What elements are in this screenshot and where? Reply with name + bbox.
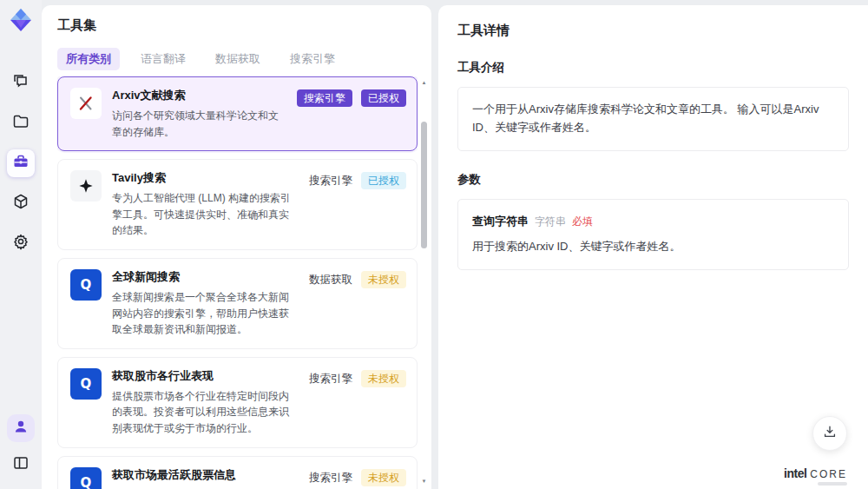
auth-status-badge: 已授权 <box>361 89 406 107</box>
sidebar-item-packages[interactable] <box>7 189 35 217</box>
tool-card-sector-performance[interactable]: Q 获取股市各行业表现 提供股票市场各个行业在特定时间段内的表现。投资者可以利用… <box>57 357 418 448</box>
tavily-star-icon <box>70 170 102 202</box>
auth-status-badge: 未授权 <box>361 469 406 486</box>
user-avatar-button[interactable] <box>7 414 35 442</box>
sidebar-item-chat[interactable] <box>7 69 35 97</box>
tab-language-translation[interactable]: 语言翻译 <box>132 48 194 70</box>
auth-status-badge: 未授权 <box>361 370 406 387</box>
category-label: 数据获取 <box>309 271 352 288</box>
brand-word-core: core <box>810 468 847 480</box>
tab-data-fetch[interactable]: 数据获取 <box>207 48 269 70</box>
tool-description: 全球新闻搜索是一个聚合全球各大新闻网站内容的搜索引擎，帮助用户快速获取全球最新资… <box>112 289 295 338</box>
tab-all-categories[interactable]: 所有类别 <box>57 48 120 70</box>
tool-description: 专为人工智能代理 (LLM) 构建的搜索引擎工具。可快速提供实时、准确和真实的结… <box>112 190 295 239</box>
tool-name: 获取市场最活跃股票信息 <box>112 467 295 483</box>
category-tabs: 所有类别 语言翻译 数据获取 搜索引擎 <box>57 48 431 70</box>
tool-description: 访问各个研究领域大量科学论文和文章的存储库。 <box>112 108 283 140</box>
params-section-title: 参数 <box>457 172 849 188</box>
tool-name: Arxiv文献搜索 <box>112 88 283 103</box>
intro-section-title: 工具介绍 <box>457 60 849 76</box>
tab-search-engine[interactable]: 搜索引擎 <box>281 48 344 70</box>
tool-description: 提供股票市场各个行业在特定时间段内的表现。投资者可以利用这些信息来识别表现优于或… <box>112 388 295 437</box>
arxiv-icon <box>70 88 102 119</box>
sidebar-item-files[interactable] <box>7 109 35 137</box>
cube-icon <box>12 193 30 214</box>
gear-icon <box>12 233 30 254</box>
detail-title: 工具详情 <box>457 23 849 39</box>
param-required-flag: 必填 <box>572 214 593 230</box>
param-description: 用于搜索的Arxiv ID、关键字或作者姓名。 <box>472 238 834 256</box>
tool-card-tavily[interactable]: Tavily搜索 专为人工智能代理 (LLM) 构建的搜索引擎工具。可快速提供实… <box>57 159 418 250</box>
chat-icon <box>12 73 30 94</box>
brand-word-intel: intel <box>784 466 806 480</box>
tool-list-panel: 工具集 所有类别 语言翻译 数据获取 搜索引擎 Arxiv文献搜索 访问各个研究… <box>42 5 431 489</box>
list-scrollbar[interactable]: ▲ ▼ <box>420 78 428 486</box>
download-button[interactable] <box>812 416 847 451</box>
auth-status-badge: 未授权 <box>361 271 406 288</box>
page-title: 工具集 <box>57 17 431 34</box>
app-logo[interactable] <box>8 7 34 33</box>
panel-toggle-button[interactable] <box>7 451 35 479</box>
user-icon <box>13 419 29 438</box>
tool-detail-panel: 工具详情 工具介绍 一个用于从Arxiv存储库搜索科学论文和文章的工具。 输入可… <box>438 5 868 489</box>
scroll-up-arrow[interactable]: ▲ <box>421 80 427 85</box>
param-box: 查询字符串 字符串 必填 用于搜索的Arxiv ID、关键字或作者姓名。 <box>457 199 849 271</box>
tool-name: 全球新闻搜索 <box>112 269 295 285</box>
brand-sub-mark <box>818 482 847 486</box>
param-name: 查询字符串 <box>472 213 529 231</box>
tool-card-global-news[interactable]: Q 全球新闻搜索 全球新闻搜索是一个聚合全球各大新闻网站内容的搜索引擎，帮助用户… <box>57 258 418 349</box>
intro-box: 一个用于从Arxiv存储库搜索科学论文和文章的工具。 输入可以是Arxiv ID… <box>457 87 849 151</box>
intel-core-logo: intel core <box>784 466 847 480</box>
tool-card-most-active-stocks[interactable]: Q 获取市场最活跃股票信息 提供当天交易量最高的股票列表，投资者可以利用这些信息… <box>57 456 418 489</box>
sidebar-item-tools[interactable] <box>7 149 35 177</box>
auth-status-badge: 已授权 <box>361 172 406 189</box>
scrollbar-thumb[interactable] <box>421 122 427 248</box>
category-label: 搜索引擎 <box>309 370 352 387</box>
sidebar-item-settings[interactable] <box>7 229 35 257</box>
tool-card-arxiv[interactable]: Arxiv文献搜索 访问各个研究领域大量科学论文和文章的存储库。 搜索引擎 已授… <box>57 76 418 151</box>
download-icon <box>822 424 838 443</box>
category-badge: 搜索引擎 <box>297 89 352 107</box>
sidebar-layout-icon <box>12 454 30 475</box>
tool-name: 获取股市各行业表现 <box>112 368 295 384</box>
scroll-down-arrow[interactable]: ▼ <box>421 479 427 484</box>
left-rail <box>0 0 42 489</box>
category-label: 搜索引擎 <box>309 469 352 486</box>
news-search-app-icon: Q <box>70 269 102 301</box>
toolbox-icon <box>12 153 30 174</box>
tool-card-list: Arxiv文献搜索 访问各个研究领域大量科学论文和文章的存储库。 搜索引擎 已授… <box>57 76 418 489</box>
tool-name: Tavily搜索 <box>112 170 295 186</box>
param-type: 字符串 <box>535 214 566 230</box>
folder-icon <box>12 113 30 134</box>
finance-app-icon: Q <box>70 467 102 489</box>
finance-app-icon: Q <box>70 368 102 400</box>
category-label: 搜索引擎 <box>309 172 352 189</box>
